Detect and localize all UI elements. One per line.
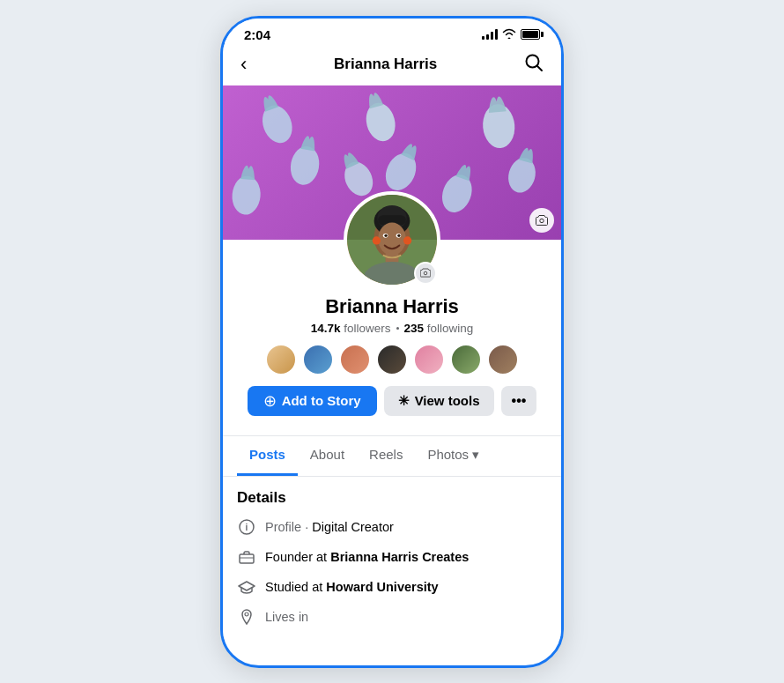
detail-location-text: Lives in xyxy=(265,610,308,624)
friend-avatar-6[interactable] xyxy=(450,344,482,375)
cover-camera-button[interactable] xyxy=(529,208,554,233)
friend-avatar-5[interactable] xyxy=(413,344,445,375)
following-count: 235 following xyxy=(404,322,474,335)
avatar-camera-button[interactable] xyxy=(414,262,437,285)
detail-role-text: Profile · Digital Creator xyxy=(265,520,394,534)
friend-avatar-2[interactable] xyxy=(302,344,334,375)
details-title: Details xyxy=(237,489,547,507)
info-icon: i xyxy=(237,517,256,537)
tab-posts[interactable]: Posts xyxy=(237,436,298,476)
plus-icon: ⊕ xyxy=(263,393,277,409)
avatar-container xyxy=(344,191,440,288)
friend-avatar-7[interactable] xyxy=(487,344,519,375)
tab-reels[interactable]: Reels xyxy=(357,436,415,476)
add-to-story-button[interactable]: ⊕ Add to Story xyxy=(248,386,377,416)
svg-point-22 xyxy=(397,234,400,236)
svg-point-32 xyxy=(245,612,248,616)
svg-point-24 xyxy=(403,236,411,244)
tools-icon: ✳ xyxy=(398,393,410,409)
friend-avatar-3[interactable] xyxy=(339,344,371,375)
svg-point-7 xyxy=(505,154,539,195)
svg-point-27 xyxy=(424,271,427,275)
tab-about[interactable]: About xyxy=(298,436,357,476)
stats-separator xyxy=(396,327,399,330)
tab-photos[interactable]: Photos ▾ xyxy=(415,436,492,476)
detail-row-role: i Profile · Digital Creator xyxy=(237,517,547,537)
nav-title: Brianna Harris xyxy=(334,56,437,73)
wifi-icon xyxy=(502,28,516,41)
search-button[interactable] xyxy=(524,53,544,77)
signal-icon xyxy=(482,29,498,40)
svg-point-2 xyxy=(257,100,297,146)
status-icons xyxy=(482,28,540,41)
scroll-content: Brianna Harris 14.7k followers 235 follo… xyxy=(223,85,561,641)
svg-point-5 xyxy=(380,148,422,195)
detail-row-location: Lives in xyxy=(237,607,547,627)
friend-avatar-4[interactable] xyxy=(376,344,408,375)
location-icon xyxy=(237,607,256,627)
svg-point-8 xyxy=(231,174,263,216)
detail-row-work: Founder at Brianna Harris Creates xyxy=(237,547,547,567)
education-icon xyxy=(237,577,256,597)
friend-avatars-row xyxy=(265,344,519,375)
svg-text:i: i xyxy=(246,523,248,532)
status-bar: 2:04 xyxy=(223,19,561,48)
svg-point-10 xyxy=(437,170,477,216)
profile-section: Brianna Harris 14.7k followers 235 follo… xyxy=(223,240,561,427)
phone-frame: 2:04 ‹ Brianna Harris xyxy=(220,16,564,668)
svg-point-11 xyxy=(540,219,544,222)
friend-avatar-1[interactable] xyxy=(265,344,297,375)
svg-point-21 xyxy=(384,234,387,236)
svg-point-23 xyxy=(373,236,381,244)
work-icon xyxy=(237,547,256,567)
detail-work-text: Founder at Brianna Harris Creates xyxy=(265,550,469,564)
back-button[interactable]: ‹ xyxy=(240,53,247,76)
svg-point-3 xyxy=(288,144,322,187)
profile-stats: 14.7k followers 235 following xyxy=(311,322,474,335)
svg-point-18 xyxy=(378,222,406,255)
detail-row-education: Studied at Howard University xyxy=(237,577,547,597)
battery-icon xyxy=(521,29,540,40)
nav-bar: ‹ Brianna Harris xyxy=(223,48,561,85)
status-time: 2:04 xyxy=(244,27,270,42)
followers-count: 14.7k followers xyxy=(311,322,391,335)
detail-education-text: Studied at Howard University xyxy=(265,580,439,594)
view-tools-button[interactable]: ✳ View tools xyxy=(384,386,494,416)
profile-name: Brianna Harris xyxy=(325,295,459,318)
tabs-bar: Posts About Reels Photos ▾ xyxy=(223,435,561,477)
svg-line-1 xyxy=(537,65,543,71)
svg-point-4 xyxy=(362,100,399,145)
action-buttons: ⊕ Add to Story ✳ View tools ••• xyxy=(223,386,561,416)
details-section: Details i Profile · Digital Creator xyxy=(223,477,561,641)
svg-rect-30 xyxy=(240,554,254,563)
more-options-button[interactable]: ••• xyxy=(501,386,537,416)
